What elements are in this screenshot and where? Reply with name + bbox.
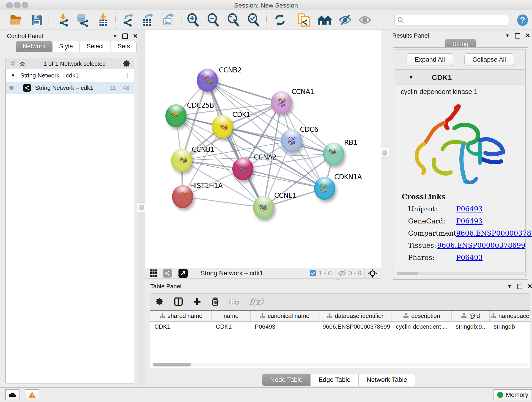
- column-header-description[interactable]: description: [392, 311, 452, 321]
- network-row[interactable]: String Network – cdk1 11 48: [6, 82, 134, 94]
- control-panel-collapse-icon[interactable]: ▼: [113, 33, 117, 39]
- crosslink-value-link[interactable]: 9606.ENSP00000378699: [437, 241, 525, 249]
- results-panel-collapse-icon[interactable]: ▼: [505, 33, 510, 38]
- network-collection-row[interactable]: ▼ String Network – cdk1 1: [6, 69, 134, 82]
- results-panel-close-icon[interactable]: ✕: [525, 32, 530, 39]
- network-node-ccnb2[interactable]: [197, 69, 218, 92]
- zoom-in-icon[interactable]: [186, 13, 200, 27]
- zoom-selected-icon[interactable]: [246, 13, 261, 27]
- hide-selected-icon[interactable]: [338, 13, 353, 27]
- network-node-cdc6[interactable]: [281, 129, 302, 153]
- zoom-out-icon[interactable]: [206, 13, 220, 27]
- tab-network-table[interactable]: Network Table: [359, 374, 415, 386]
- delete-column-icon[interactable]: [211, 297, 219, 306]
- table-panel-collapse-icon[interactable]: ▼: [507, 284, 512, 289]
- column-header-@id[interactable]: @id: [452, 311, 490, 321]
- crosslink-value-link[interactable]: 9606.ENSP00000378699: [456, 229, 532, 237]
- collapse-all-button[interactable]: Collapse All: [464, 53, 514, 66]
- column-header-namespace[interactable]: namespace: [490, 311, 530, 321]
- warnings-button[interactable]: [25, 389, 39, 400]
- table-cell[interactable]: cyclin-dependent ...: [392, 322, 452, 332]
- table-cell[interactable]: CDK1: [212, 322, 251, 332]
- memory-button[interactable]: Memory: [494, 389, 532, 400]
- tab-node-table[interactable]: Node Table: [262, 374, 310, 386]
- save-session-icon[interactable]: [29, 13, 44, 27]
- copy-style-icon[interactable]: [296, 13, 311, 27]
- table-cell[interactable]: stringdb:9...: [452, 322, 490, 332]
- control-panel-close-icon[interactable]: ✕: [133, 32, 138, 40]
- delete-table-icon[interactable]: [229, 298, 239, 306]
- export-image-icon[interactable]: [160, 13, 175, 27]
- tab-style[interactable]: Style: [52, 41, 80, 52]
- cloud-button[interactable]: [5, 389, 19, 400]
- column-header-canonical-name[interactable]: canonical name: [251, 311, 318, 321]
- node-table[interactable]: shared namenamecanonical namedatabase id…: [150, 310, 530, 368]
- network-node-ccna1[interactable]: [271, 91, 292, 114]
- tab-select[interactable]: Select: [80, 41, 110, 52]
- tab-network[interactable]: Network: [16, 41, 52, 52]
- network-edge[interactable]: [183, 197, 264, 207]
- column-header-name[interactable]: name: [212, 311, 251, 321]
- table-cell[interactable]: 9606.ENSP00000378699: [318, 322, 392, 332]
- function-builder-icon[interactable]: f(x): [249, 297, 264, 306]
- network-node-ccne1[interactable]: [253, 196, 274, 219]
- results-panel-float-icon[interactable]: [515, 33, 520, 38]
- selected-checkbox-icon[interactable]: [310, 270, 317, 277]
- grid-view-icon[interactable]: [149, 269, 158, 277]
- table-row[interactable]: CDK1CDK1P064939606.ENSP00000378699cyclin…: [150, 322, 530, 332]
- string-view-icon[interactable]: [163, 269, 172, 278]
- expand-all-button[interactable]: Expand All: [407, 53, 453, 66]
- show-all-networks-icon[interactable]: [317, 13, 332, 27]
- open-session-icon[interactable]: [9, 13, 24, 27]
- import-network-from-database-icon[interactable]: [75, 13, 90, 27]
- help-icon[interactable]: ?: [517, 14, 528, 26]
- network-edges[interactable]: [145, 30, 381, 268]
- network-node-cdkn1a[interactable]: [314, 177, 335, 200]
- network-node-cdc25b[interactable]: [165, 104, 186, 127]
- show-columns-icon[interactable]: [174, 297, 183, 306]
- network-edge[interactable]: [207, 80, 281, 103]
- add-column-icon[interactable]: [193, 298, 201, 306]
- column-header-database-identifier[interactable]: database identifier: [318, 311, 392, 321]
- left-splitter-handle[interactable]: [137, 202, 146, 212]
- table-panel-close-icon[interactable]: ✕: [527, 283, 532, 290]
- crosslink-value-link[interactable]: P06493: [456, 254, 483, 262]
- tree-expander-icon[interactable]: ▼: [11, 73, 15, 78]
- network-edge[interactable]: [243, 169, 325, 188]
- crosslink-value-link[interactable]: P06493: [456, 217, 483, 225]
- import-table-icon[interactable]: [96, 13, 110, 27]
- table-hscrollbar[interactable]: [151, 363, 528, 366]
- network-node-ccnb1[interactable]: [171, 149, 192, 172]
- network-node-ccna2[interactable]: [232, 157, 253, 180]
- left-splitter[interactable]: [138, 30, 145, 387]
- crosslink-value-link[interactable]: P06493: [456, 205, 483, 213]
- table-panel-float-icon[interactable]: [517, 284, 522, 289]
- table-cell[interactable]: P06493: [251, 322, 318, 332]
- tab-edge-table[interactable]: Edge Table: [310, 374, 359, 386]
- search-input[interactable]: [406, 17, 509, 24]
- import-network-icon[interactable]: [56, 13, 70, 27]
- zoom-fit-icon[interactable]: [226, 13, 241, 27]
- results-scrollbar[interactable]: [397, 272, 527, 275]
- network-node-cdk1[interactable]: [212, 115, 233, 138]
- network-canvas[interactable]: CCNB2CCNA1CDC25BCDK1CDC6RB1CCNB1CCNA2CDK…: [145, 30, 381, 268]
- table-cell[interactable]: stringdb: [490, 322, 530, 332]
- birds-eye-view-icon[interactable]: [368, 269, 377, 278]
- refresh-view-icon[interactable]: [273, 13, 287, 27]
- column-header-shared-name[interactable]: shared name: [150, 311, 212, 321]
- table-cell[interactable]: CDK1: [150, 322, 212, 332]
- export-table-icon[interactable]: [140, 13, 155, 27]
- open-in-new-window-icon[interactable]: [178, 269, 188, 278]
- gear-icon[interactable]: [123, 60, 131, 68]
- hidden-eye-icon[interactable]: [338, 270, 346, 277]
- control-panel-float-icon[interactable]: [122, 33, 128, 39]
- right-splitter-handle[interactable]: [380, 148, 389, 158]
- show-selected-icon[interactable]: [357, 13, 372, 27]
- expand-all-icon[interactable]: [19, 60, 26, 68]
- export-network-icon[interactable]: [121, 13, 136, 27]
- gene-expander-icon[interactable]: ▼: [409, 75, 413, 80]
- network-node-rb1[interactable]: [323, 143, 344, 166]
- table-options-gear-icon[interactable]: [155, 297, 164, 306]
- collapse-all-icon[interactable]: [9, 60, 17, 68]
- tab-sets[interactable]: Sets: [111, 41, 137, 52]
